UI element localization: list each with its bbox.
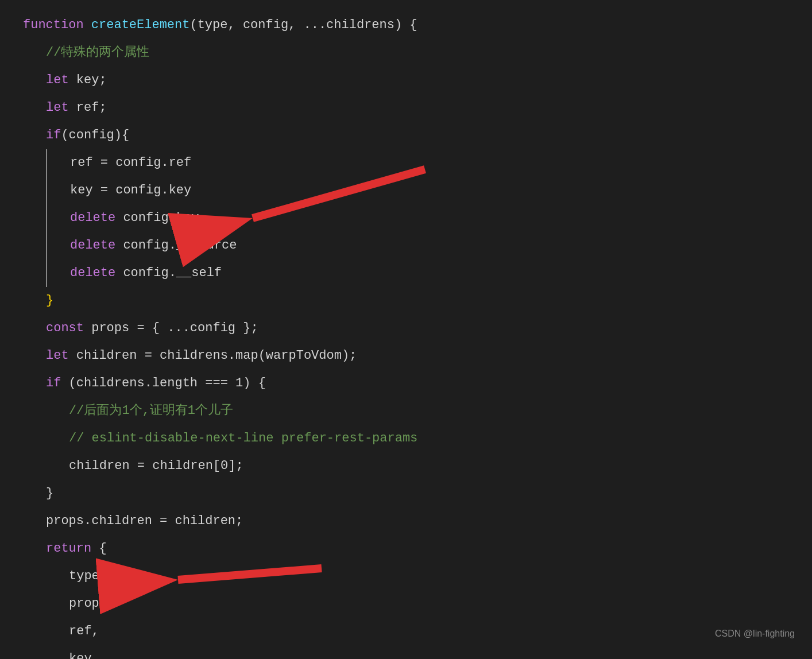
keyword-return: return [46, 535, 91, 563]
code-line-11: } [23, 287, 789, 315]
keyword-delete-1: delete [70, 204, 115, 232]
params: (type, config, ...childrens) { [190, 11, 417, 39]
keyword-let-2: let [46, 94, 69, 122]
code-line-21: type, [23, 563, 789, 590]
code-line-1: function createElement (type, config, ..… [23, 11, 789, 39]
code-line-23: ref, [23, 618, 789, 645]
keyword-delete-2: delete [70, 232, 115, 259]
code-line-24: key [23, 645, 789, 659]
code-line-9: delete config.__source [47, 232, 789, 259]
close-brace-if2: } [46, 480, 53, 507]
code-line-5: if (config){ [23, 122, 789, 149]
code-line-17: children = children[0]; [23, 452, 789, 480]
comment-eslint: // eslint-disable-next-line prefer-rest-… [69, 425, 417, 452]
close-brace-if: } [46, 287, 53, 315]
var-ref: ref; [69, 94, 107, 122]
code-line-20: return { [23, 535, 789, 563]
return-open: { [91, 535, 106, 563]
return-key: key [69, 645, 92, 659]
code-line-15: //后面为1个,证明有1个儿子 [23, 397, 789, 425]
code-line-6: ref = config.ref [47, 149, 789, 177]
keyword-delete-3: delete [70, 259, 115, 287]
comment-1: //特殊的两个属性 [46, 39, 149, 67]
return-props: props, [69, 590, 114, 618]
delete-config-source: config.__source [115, 232, 237, 259]
space [84, 11, 91, 39]
function-name: createElement [91, 11, 190, 39]
children-decl: children = childrens.map(warpToVdom); [69, 342, 357, 370]
return-type: type, [69, 563, 107, 590]
code-line-22: props, [23, 590, 789, 618]
code-line-7: key = config.key [47, 177, 789, 204]
code-line-10: delete config.__self [47, 259, 789, 287]
keyword-if-2: if [46, 370, 61, 397]
delete-config-key: config.key [115, 204, 199, 232]
if-length-condition: (childrens.length === 1) { [61, 370, 265, 397]
keyword-const-1: const [46, 315, 84, 342]
var-key: key; [69, 67, 107, 94]
code-line-19: props.children = children; [23, 507, 789, 535]
code-line-18: } [23, 480, 789, 507]
watermark: CSDN @lin-fighting [715, 620, 795, 648]
delete-config-self: config.__self [115, 259, 222, 287]
code-line-12: const props = { ...config }; [23, 315, 789, 342]
code-line-8: delete config.key [47, 204, 789, 232]
props-children-assign: props.children = children; [46, 507, 243, 535]
code-line-3: let key; [23, 67, 789, 94]
keyword-function: function [23, 11, 84, 39]
children-assign: children = children[0]; [69, 452, 243, 480]
comment-2: //后面为1个,证明有1个儿子 [69, 397, 233, 425]
return-ref: ref, [69, 618, 99, 645]
if-condition: (config){ [61, 122, 129, 149]
if-block: ref = config.ref key = config.key delete… [46, 149, 789, 287]
keyword-if-1: if [46, 122, 61, 149]
keyword-let-3: let [46, 342, 69, 370]
code-line-13: let children = childrens.map(warpToVdom)… [23, 342, 789, 370]
code-line-2: //特殊的两个属性 [23, 39, 789, 67]
code-line-4: let ref; [23, 94, 789, 122]
props-decl: props = { ...config }; [84, 315, 258, 342]
code-container: function createElement (type, config, ..… [0, 0, 812, 659]
keyword-let-1: let [46, 67, 69, 94]
key-assign: key = config.key [70, 177, 191, 204]
ref-assign: ref = config.ref [70, 149, 191, 177]
code-line-16: // eslint-disable-next-line prefer-rest-… [23, 425, 789, 452]
code-line-14: if (childrens.length === 1) { [23, 370, 789, 397]
